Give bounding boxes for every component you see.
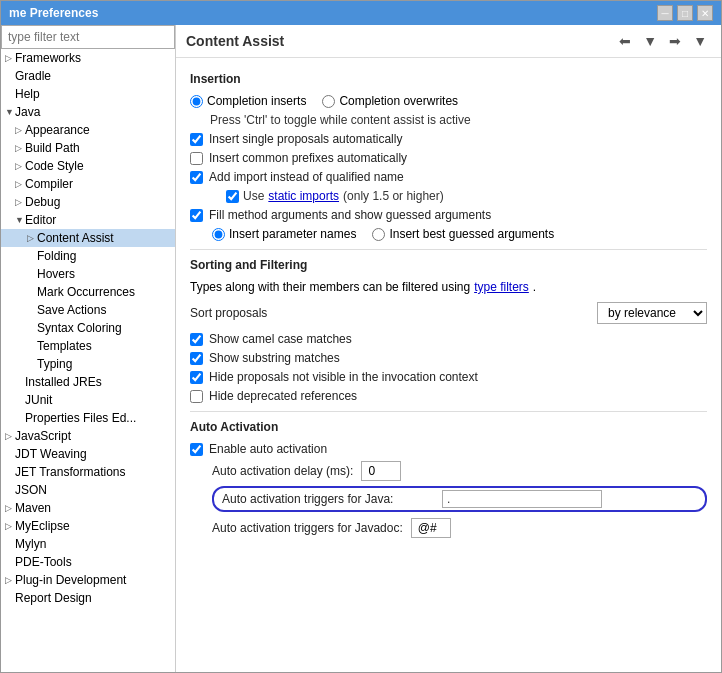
use-static-checkbox[interactable] <box>226 190 239 203</box>
tree-item-templates[interactable]: Templates <box>1 337 175 355</box>
delay-row: Auto activation delay (ms): <box>212 461 707 481</box>
tree-item-hovers[interactable]: Hovers <box>1 265 175 283</box>
insert-single-checkbox[interactable] <box>190 133 203 146</box>
show-camel-row: Show camel case matches <box>190 332 707 346</box>
use-static-row: Use static imports (only 1.5 or higher) <box>226 189 707 203</box>
tree-item-debug[interactable]: ▷Debug <box>1 193 175 211</box>
enable-auto-checkbox[interactable] <box>190 443 203 456</box>
tree-item-java[interactable]: ▼Java <box>1 103 175 121</box>
insert-best-radio[interactable] <box>372 228 385 241</box>
completion-inserts-radio[interactable] <box>190 95 203 108</box>
tree-item-mylyn[interactable]: Mylyn <box>1 535 175 553</box>
tree-item-content-assist[interactable]: ▷Content Assist <box>1 229 175 247</box>
sort-proposals-select[interactable]: by relevance alphabetically <box>597 302 707 324</box>
hide-deprecated-row: Hide deprecated references <box>190 389 707 403</box>
completion-overwrites-radio[interactable] <box>322 95 335 108</box>
tree-label-mark-occurrences: Mark Occurrences <box>37 285 135 299</box>
tree-arrow-code-style: ▷ <box>15 161 25 171</box>
hide-not-visible-checkbox[interactable] <box>190 371 203 384</box>
tree-item-mark-occurrences[interactable]: Mark Occurrences <box>1 283 175 301</box>
tree-label-plugin-development: Plug-in Development <box>15 573 126 587</box>
tree-item-frameworks[interactable]: ▷Frameworks <box>1 49 175 67</box>
completion-inserts-option[interactable]: Completion inserts <box>190 94 306 108</box>
add-import-checkbox[interactable] <box>190 171 203 184</box>
tree-item-json[interactable]: JSON <box>1 481 175 499</box>
tree-item-editor[interactable]: ▼Editor <box>1 211 175 229</box>
tree-item-pde-tools[interactable]: PDE-Tools <box>1 553 175 571</box>
dropdown-button[interactable]: ▼ <box>639 31 661 51</box>
preferences-window: me Preferences ─ □ ✕ ▷FrameworksGradleHe… <box>0 0 722 673</box>
tree-item-junit[interactable]: JUnit <box>1 391 175 409</box>
nav-dropdown-button[interactable]: ▼ <box>689 31 711 51</box>
insert-best-option[interactable]: Insert best guessed arguments <box>372 227 554 241</box>
window-title: me Preferences <box>9 6 657 20</box>
show-substring-checkbox[interactable] <box>190 352 203 365</box>
separator-1 <box>190 249 707 250</box>
javadoc-triggers-row: Auto activation triggers for Javadoc: <box>212 518 707 538</box>
delay-input[interactable] <box>361 461 401 481</box>
tree-label-code-style: Code Style <box>25 159 84 173</box>
show-camel-checkbox[interactable] <box>190 333 203 346</box>
tree-item-help[interactable]: Help <box>1 85 175 103</box>
right-header: Content Assist ⬅ ▼ ➡ ▼ <box>176 25 721 58</box>
java-triggers-input[interactable] <box>442 490 602 508</box>
tree-arrow-frameworks: ▷ <box>5 53 15 63</box>
minimize-button[interactable]: ─ <box>657 5 673 21</box>
tree-item-build-path[interactable]: ▷Build Path <box>1 139 175 157</box>
tree-label-mylyn: Mylyn <box>15 537 46 551</box>
static-imports-link[interactable]: static imports <box>268 189 339 203</box>
tree-item-javascript[interactable]: ▷JavaScript <box>1 427 175 445</box>
tree-arrow-compiler: ▷ <box>15 179 25 189</box>
insert-single-label: Insert single proposals automatically <box>209 132 402 146</box>
insert-param-radio-group: Insert parameter names Insert best guess… <box>212 227 707 241</box>
tree-label-build-path: Build Path <box>25 141 80 155</box>
tree-label-folding: Folding <box>37 249 76 263</box>
tree-item-gradle[interactable]: Gradle <box>1 67 175 85</box>
completion-overwrites-label: Completion overwrites <box>339 94 458 108</box>
tree-item-syntax-coloring[interactable]: Syntax Coloring <box>1 319 175 337</box>
tree-arrow-maven: ▷ <box>5 503 15 513</box>
tree-item-installed-jres[interactable]: Installed JREs <box>1 373 175 391</box>
tree-label-frameworks: Frameworks <box>15 51 81 65</box>
completion-overwrites-option[interactable]: Completion overwrites <box>322 94 458 108</box>
tree-item-myeclipse[interactable]: ▷MyEclipse <box>1 517 175 535</box>
tree-label-myeclipse: MyEclipse <box>15 519 70 533</box>
left-panel: ▷FrameworksGradleHelp▼Java▷Appearance▷Bu… <box>1 25 176 672</box>
tree-label-save-actions: Save Actions <box>37 303 106 317</box>
back-button[interactable]: ⬅ <box>615 31 635 51</box>
insert-common-checkbox[interactable] <box>190 152 203 165</box>
type-filters-link[interactable]: type filters <box>474 280 529 294</box>
header-actions: ⬅ ▼ ➡ ▼ <box>615 31 711 51</box>
tree-item-appearance[interactable]: ▷Appearance <box>1 121 175 139</box>
tree-item-properties-files[interactable]: Properties Files Ed... <box>1 409 175 427</box>
insert-param-radio[interactable] <box>212 228 225 241</box>
right-panel: Content Assist ⬅ ▼ ➡ ▼ Insertion Complet… <box>176 25 721 672</box>
add-import-label: Add import instead of qualified name <box>209 170 404 184</box>
forward-button[interactable]: ➡ <box>665 31 685 51</box>
hide-not-visible-row: Hide proposals not visible in the invoca… <box>190 370 707 384</box>
tree-item-folding[interactable]: Folding <box>1 247 175 265</box>
filter-note-text: Types along with their members can be fi… <box>190 280 470 294</box>
tree-label-jet-transformations: JET Transformations <box>15 465 125 479</box>
close-button[interactable]: ✕ <box>697 5 713 21</box>
tree-item-report-design[interactable]: Report Design <box>1 589 175 607</box>
use-static-label: Use <box>243 189 264 203</box>
main-content: ▷FrameworksGradleHelp▼Java▷Appearance▷Bu… <box>1 25 721 672</box>
hide-deprecated-checkbox[interactable] <box>190 390 203 403</box>
fill-method-checkbox[interactable] <box>190 209 203 222</box>
tree-item-code-style[interactable]: ▷Code Style <box>1 157 175 175</box>
tree-item-jet-transformations[interactable]: JET Transformations <box>1 463 175 481</box>
tree-item-maven[interactable]: ▷Maven <box>1 499 175 517</box>
javadoc-triggers-input[interactable] <box>411 518 451 538</box>
filter-input[interactable] <box>1 25 175 49</box>
insert-param-option[interactable]: Insert parameter names <box>212 227 356 241</box>
tree-arrow-javascript: ▷ <box>5 431 15 441</box>
tree-item-typing[interactable]: Typing <box>1 355 175 373</box>
tree-item-jdt-weaving[interactable]: JDT Weaving <box>1 445 175 463</box>
tree-label-debug: Debug <box>25 195 60 209</box>
tree-item-compiler[interactable]: ▷Compiler <box>1 175 175 193</box>
tree-item-save-actions[interactable]: Save Actions <box>1 301 175 319</box>
tree-item-plugin-development[interactable]: ▷Plug-in Development <box>1 571 175 589</box>
show-camel-label: Show camel case matches <box>209 332 352 346</box>
maximize-button[interactable]: □ <box>677 5 693 21</box>
